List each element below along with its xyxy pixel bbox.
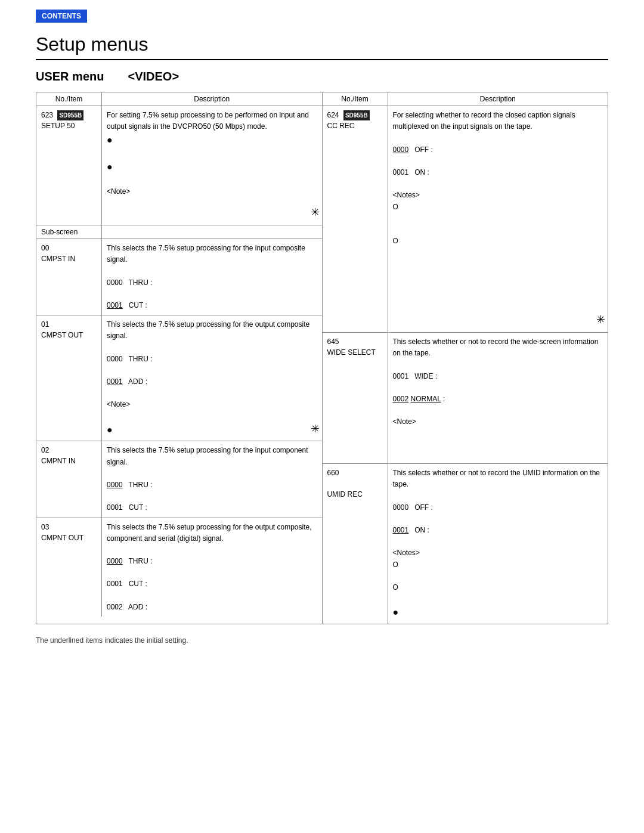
item-no-623: 623 bbox=[41, 111, 53, 119]
left-desc-00: This selects the 7.5% setup processing f… bbox=[102, 239, 322, 315]
item-name-wide-select: WIDE SELECT bbox=[327, 348, 376, 357]
right-row-624: 624 SD955B CC REC For selecting whether … bbox=[323, 106, 608, 333]
left-desc-01: This selects the 7.5% setup processing f… bbox=[102, 315, 322, 441]
right-column: No./Item Description 624 SD955B CC REC F… bbox=[323, 92, 608, 624]
page-title: Setup menus bbox=[36, 33, 608, 55]
bullet-umid-rec: ● bbox=[393, 607, 399, 617]
underline-0001-umid-rec: 0001 bbox=[393, 526, 409, 534]
right-item-645: 645 WIDE SELECT bbox=[323, 333, 388, 463]
underline-0001-cmpst-in: 0001 bbox=[107, 301, 123, 309]
item-name-umid-rec: UMID REC bbox=[327, 490, 363, 498]
right-col-item-header: No./Item bbox=[323, 92, 388, 106]
left-item-00: 00 CMPST IN bbox=[36, 239, 102, 315]
right-item-660: 660 UMID REC bbox=[323, 464, 388, 624]
bullet-2: ● bbox=[107, 162, 113, 172]
title-divider bbox=[36, 59, 608, 60]
left-col-item-header: No./Item bbox=[36, 92, 102, 106]
item-no-624: 624 bbox=[327, 111, 339, 119]
desc-623-text: For setting 7.5% setup processing to be … bbox=[107, 111, 309, 131]
right-row-645: 645 WIDE SELECT This selects whether or … bbox=[323, 333, 608, 464]
badge-sd955b-623: SD955B bbox=[57, 110, 83, 120]
sub-screen-row: Sub-screen bbox=[36, 225, 322, 239]
asterisk-623: ✳ bbox=[311, 204, 320, 221]
right-header-row: No./Item Description bbox=[323, 92, 608, 106]
item-name-setup50: SETUP 50 bbox=[41, 122, 75, 130]
item-name-cmpst-out: CMPST OUT bbox=[41, 331, 83, 339]
underline-0000-cc-rec: 0000 bbox=[393, 145, 409, 154]
left-desc-623: For setting 7.5% setup processing to be … bbox=[102, 106, 322, 225]
left-col-desc-header: Description bbox=[102, 92, 322, 106]
item-no-645: 645 bbox=[327, 337, 339, 346]
underline-0000-cmpnt-in: 0000 bbox=[107, 481, 123, 489]
right-row-660: 660 UMID REC This selects whether or not… bbox=[323, 464, 608, 624]
left-desc-02: This selects the 7.5% setup processing f… bbox=[102, 441, 322, 517]
right-desc-645: This selects whether or not to record th… bbox=[388, 333, 608, 463]
item-no-01: 01 bbox=[41, 320, 49, 329]
underline-0000-cmpnt-out: 0000 bbox=[107, 557, 123, 565]
item-name-cc-rec: CC REC bbox=[327, 122, 355, 130]
item-no-660: 660 bbox=[327, 469, 339, 477]
underline-normal: NORMAL bbox=[411, 395, 441, 403]
main-content-area: No./Item Description 623 SD955B SETUP 50… bbox=[36, 92, 608, 624]
left-column: No./Item Description 623 SD955B SETUP 50… bbox=[36, 92, 323, 624]
left-row-00: 00 CMPST IN This selects the 7.5% setup … bbox=[36, 239, 322, 315]
left-item-02: 02 CMPNT IN bbox=[36, 441, 102, 517]
item-no-00: 00 bbox=[41, 244, 49, 252]
note-623: <Note> bbox=[107, 187, 130, 196]
left-item-623: 623 SD955B SETUP 50 bbox=[36, 106, 102, 225]
item-name-cmpnt-in: CMPNT IN bbox=[41, 457, 76, 465]
page-wrapper: CONTENTS Setup menus USER menu <VIDEO> N… bbox=[0, 0, 644, 833]
right-col-desc-header: Description bbox=[388, 92, 608, 106]
bullet-1: ● bbox=[107, 135, 113, 145]
footnote: The underlined items indicates the initi… bbox=[36, 636, 608, 645]
item-no-02: 02 bbox=[41, 446, 49, 454]
asterisk-624: ✳ bbox=[596, 311, 605, 329]
left-desc-03: This selects the 7.5% setup processing f… bbox=[102, 518, 322, 617]
item-name-cmpnt-out: CMPNT OUT bbox=[41, 534, 83, 542]
sub-screen-label: Sub-screen bbox=[36, 225, 102, 239]
left-item-01: 01 CMPST OUT bbox=[36, 315, 102, 441]
left-row-03: 03 CMPNT OUT This selects the 7.5% setup… bbox=[36, 518, 322, 617]
section-subtitle: <VIDEO> bbox=[128, 70, 179, 83]
contents-button[interactable]: CONTENTS bbox=[36, 10, 87, 23]
left-row-01: 01 CMPST OUT This selects the 7.5% setup… bbox=[36, 315, 322, 441]
left-header-row: No./Item Description bbox=[36, 92, 322, 106]
right-desc-624: For selecting whether to record the clos… bbox=[388, 106, 608, 332]
section-title: USER menu bbox=[36, 70, 104, 83]
right-item-624: 624 SD955B CC REC bbox=[323, 106, 388, 332]
underline-0002-wide-select: 0002 bbox=[393, 395, 409, 403]
item-no-03: 03 bbox=[41, 523, 49, 531]
item-name-cmpst-in: CMPST IN bbox=[41, 255, 75, 263]
asterisk-01: ✳ bbox=[311, 420, 320, 438]
right-desc-660: This selects whether or not to record th… bbox=[388, 464, 608, 624]
underline-0001-cmpst-out: 0001 bbox=[107, 377, 123, 386]
badge-sd955b-624: SD955B bbox=[343, 110, 370, 120]
left-row-623: 623 SD955B SETUP 50 For setting 7.5% set… bbox=[36, 106, 322, 225]
left-item-03: 03 CMPNT OUT bbox=[36, 518, 102, 617]
left-row-02: 02 CMPNT IN This selects the 7.5% setup … bbox=[36, 441, 322, 518]
sub-screen-desc bbox=[102, 225, 322, 239]
bullet-cmpst-out: ● bbox=[107, 425, 113, 435]
